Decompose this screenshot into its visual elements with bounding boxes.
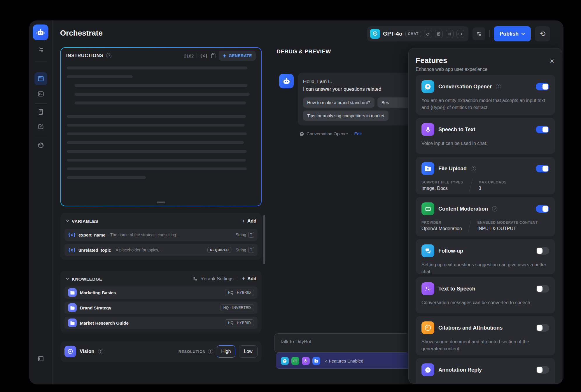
collapse-sidebar-button[interactable] — [34, 352, 47, 365]
page-title: Orchestrate — [60, 29, 103, 38]
sidebar-item-annotations[interactable] — [34, 120, 47, 133]
variable-row[interactable]: {x} unrelated_topic A placeholder for to… — [64, 244, 258, 256]
help-icon[interactable]: ? — [492, 206, 497, 211]
text-speaker-icon: T — [421, 282, 434, 295]
chat-input-placeholder: Talk to DifyBot — [280, 339, 312, 344]
feature-toggle[interactable] — [536, 165, 549, 172]
knowledge-row[interactable]: Market Research Guide HQ · HYBRID — [64, 317, 258, 329]
features-title: Features — [416, 56, 555, 65]
suggested-question-chip[interactable]: Tips for analyzing competitors in market — [303, 111, 388, 121]
knowledge-panel: KNOWLEDGE Rerank Settings + Add — [60, 271, 262, 332]
help-icon[interactable]: ? — [471, 166, 476, 171]
features-subtitle: Enhance web app user experience — [416, 67, 555, 72]
field-divider — [469, 179, 473, 192]
separator-dot — [351, 131, 352, 136]
opener-attribution: Conversation Opener Edit — [300, 131, 362, 136]
help-icon[interactable]: ? — [106, 53, 111, 58]
variable-name: expert_name — [78, 232, 106, 237]
model-selector[interactable]: GPT-4o CHAT — [367, 26, 468, 41]
features-panel: Features Enhance web app user experience… — [408, 48, 562, 384]
plus-icon: + — [242, 218, 245, 224]
rerank-label: Rerank Settings — [200, 276, 234, 281]
feature-title: Citations and Attributions — [438, 325, 503, 331]
features-enabled-bar[interactable]: 4 Features Enabled — [276, 353, 410, 369]
publish-button[interactable]: Publish — [494, 26, 531, 41]
history-button[interactable]: ⟲ — [535, 26, 550, 41]
provider-field: PROVIDER OpenAI Moderation — [421, 220, 462, 231]
instructions-title: INSTRUCTIONS — [66, 53, 103, 58]
suggested-question-chip[interactable]: How to make a brand stand out? — [303, 97, 374, 108]
openai-logo-icon — [370, 29, 380, 39]
feature-toggle[interactable] — [536, 285, 549, 293]
feature-title: Conversation Opener — [438, 84, 492, 90]
app-logo[interactable] — [33, 24, 48, 40]
variable-icon: {x} — [68, 232, 76, 237]
feature-toggle[interactable] — [536, 126, 549, 133]
help-icon[interactable]: ? — [208, 349, 213, 354]
knowledge-name: Marketing Basics — [80, 290, 116, 295]
rerank-settings-button[interactable]: Rerank Settings — [192, 276, 234, 281]
help-icon[interactable]: ? — [496, 84, 501, 89]
vision-capability-icon — [424, 30, 432, 38]
edit-opener-link[interactable]: Edit — [354, 131, 362, 136]
model-parameters-button[interactable] — [473, 27, 485, 40]
vision-panel: Vision ? RESOLUTION ? High Low — [60, 341, 262, 362]
document-capability-icon — [435, 30, 443, 38]
feature-card-content-moderation: Content Moderation ? PROVIDER OpenAI Mod… — [416, 197, 555, 236]
chat-bubble-icon — [300, 132, 304, 136]
add-knowledge-button[interactable]: + Add — [242, 276, 256, 282]
history-icon: ⟲ — [540, 30, 545, 38]
model-mode-badge: CHAT — [405, 31, 421, 37]
scrollbar-thumb[interactable] — [263, 215, 265, 264]
help-icon[interactable]: ? — [98, 349, 103, 354]
chat-heart-icon — [421, 80, 434, 93]
variable-icon: {x} — [68, 247, 76, 253]
feature-toggle[interactable] — [536, 205, 549, 213]
sidebar-divider — [35, 103, 47, 104]
prompt-text-skeleton[interactable] — [61, 64, 261, 179]
feature-toggle[interactable] — [536, 83, 549, 90]
knowledge-row[interactable]: Marketing Basics HQ · HYBRID — [64, 286, 258, 299]
bot-message-bubble: Hello, I am L. I can answer your questio… — [298, 73, 423, 125]
feature-toggle[interactable] — [536, 247, 549, 255]
sidebar-item-monitoring[interactable] — [34, 139, 47, 152]
chevron-down-icon — [521, 33, 525, 35]
max-uploads-field: MAX UPLOADS 3 — [479, 180, 507, 191]
app-window: Orchestrate GPT-4o CHAT — [29, 20, 564, 384]
sidebar-item-terminal[interactable] — [34, 88, 47, 100]
knowledge-badge: HQ · HYBRID — [225, 319, 254, 326]
sidebar-item-orchestrate[interactable] — [34, 72, 47, 85]
close-icon[interactable]: ✕ — [550, 58, 554, 65]
sidebar-item-settings[interactable] — [34, 43, 47, 56]
plus-icon: + — [242, 276, 245, 282]
feature-card-annotation-reply: Annotation Reply — [416, 358, 555, 384]
knowledge-badge: HQ · INVERTED — [220, 304, 254, 311]
greeting-line-2: I can answer your questions related — [303, 85, 418, 93]
clipboard-icon[interactable] — [211, 53, 216, 59]
feature-card-speech-to-text: Speech to Text Voice input can be used i… — [416, 118, 555, 154]
insert-variable-icon[interactable]: {x} — [200, 53, 208, 58]
add-variable-button[interactable]: + Add — [242, 218, 256, 224]
sidebar-item-logs[interactable] — [34, 106, 47, 118]
resolution-high-button[interactable]: High — [217, 345, 235, 358]
variable-row[interactable]: {x} expert_name The name of the strategi… — [64, 229, 258, 241]
robot-icon — [36, 28, 45, 37]
chevron-down-icon[interactable] — [66, 278, 69, 280]
generate-button[interactable]: ✦ GENERATE — [219, 51, 256, 61]
resolution-low-button[interactable]: Low — [239, 345, 258, 358]
svg-text:“: “ — [426, 326, 428, 330]
chevron-down-icon[interactable] — [66, 220, 69, 222]
knowledge-row[interactable]: Brand Strategy HQ · INVERTED — [64, 302, 258, 314]
sliders-icon — [38, 46, 44, 53]
speech-to-text-mini-icon — [302, 357, 310, 365]
resize-handle[interactable] — [157, 202, 165, 203]
feature-toggle[interactable] — [536, 324, 549, 332]
feature-toggle[interactable] — [536, 366, 549, 374]
debug-preview-title: DEBUG & PREVIEW — [276, 48, 331, 55]
instructions-header: INSTRUCTIONS ? 2182 {x} ✦ GENERATE — [61, 48, 261, 64]
vision-icon — [64, 346, 76, 357]
divider — [238, 276, 238, 281]
knowledge-name: Brand Strategy — [80, 305, 111, 310]
sliders-icon — [476, 31, 482, 37]
chat-input[interactable]: Talk to DifyBot — [274, 333, 410, 353]
